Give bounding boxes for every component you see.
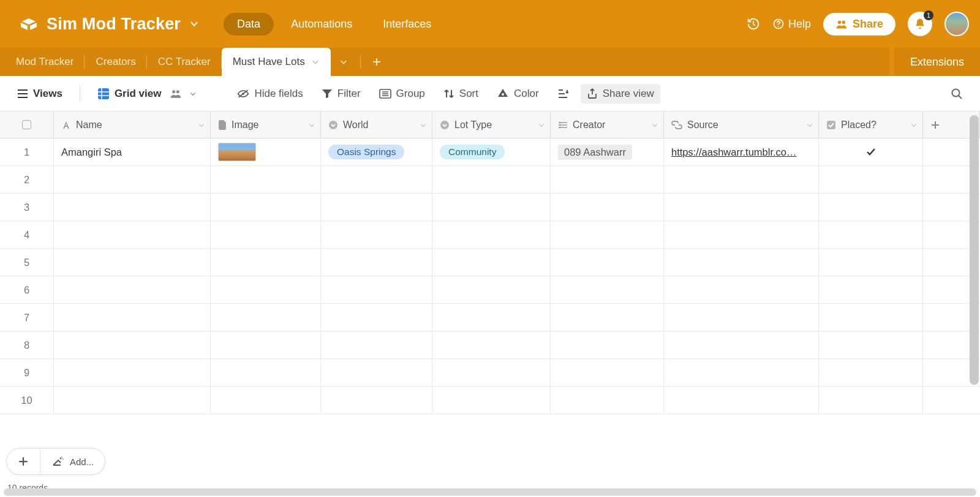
table-row[interactable]: 10 [0,387,980,414]
row-number[interactable]: 2 [0,166,54,193]
column-placed[interactable]: Placed? [819,112,923,138]
table-row[interactable]: 1Amangiri SpaOasis SpringsCommunity089 A… [0,138,980,166]
cell-placed[interactable] [819,194,923,221]
cell-world[interactable] [321,387,432,414]
cell-lot-type[interactable] [432,359,551,386]
chevron-down-icon[interactable] [189,19,199,29]
share-view-button[interactable]: Share view [581,84,660,104]
chevron-down-icon[interactable] [538,121,545,129]
cell-creator[interactable] [551,304,664,331]
chevron-down-icon[interactable] [189,90,197,97]
tab-cc-tracker[interactable]: CC Tracker [147,48,222,76]
column-lot-type[interactable]: Lot Type [432,112,551,138]
cell-image[interactable] [211,249,321,276]
cell-world[interactable] [321,332,432,359]
cell-creator[interactable] [551,249,664,276]
row-number[interactable]: 6 [0,276,54,303]
cell-source[interactable] [664,221,819,248]
cell-image[interactable] [211,138,321,165]
hide-fields-button[interactable]: Hide fields [231,84,309,104]
tab-overflow-button[interactable] [331,48,356,76]
help-button[interactable]: Help [772,18,811,31]
cell-world[interactable] [321,276,432,303]
column-name[interactable]: Name [54,112,211,138]
cell-name[interactable] [54,359,211,386]
cell-placed[interactable] [819,332,923,359]
cell-world[interactable]: Oasis Springs [321,138,432,165]
base-title[interactable]: Sim Mod Tracker [47,15,181,34]
cell-placed[interactable] [819,138,923,165]
cell-source[interactable] [664,359,819,386]
chevron-down-icon[interactable] [806,121,813,129]
cell-name[interactable] [54,221,211,248]
cell-creator[interactable] [551,387,664,414]
column-source[interactable]: Source [664,112,819,138]
group-button[interactable]: Group [373,84,431,104]
cell-world[interactable] [321,221,432,248]
cell-name[interactable] [54,387,211,414]
cell-source[interactable] [664,194,819,221]
column-creator[interactable]: Creator [551,112,664,138]
cell-source[interactable] [664,387,819,414]
nav-data[interactable]: Data [224,13,274,36]
chevron-down-icon[interactable] [910,121,918,129]
cell-source[interactable] [664,332,819,359]
cell-name[interactable]: Amangiri Spa [54,138,211,165]
tab-mod-tracker[interactable]: Mod Tracker [5,48,85,76]
cell-world[interactable] [321,249,432,276]
cell-placed[interactable] [819,359,923,386]
cell-image[interactable] [211,304,321,331]
nav-automations[interactable]: Automations [277,13,366,36]
cell-image[interactable] [211,359,321,386]
table-row[interactable]: 3 [0,194,980,221]
chevron-down-icon[interactable] [420,121,427,129]
cell-image[interactable] [211,332,321,359]
cell-image[interactable] [211,166,321,193]
row-height-button[interactable] [551,85,575,102]
cell-image[interactable] [211,221,321,248]
search-button[interactable] [944,84,969,104]
cell-world[interactable] [321,304,432,331]
cell-lot-type[interactable] [432,304,551,331]
cell-source[interactable] [664,276,819,303]
user-avatar[interactable] [944,12,969,36]
cell-source[interactable] [664,304,819,331]
cell-placed[interactable] [819,304,923,331]
creator-chip[interactable]: 089 Aashwarr [558,145,632,160]
column-image[interactable]: Image [211,112,321,138]
cell-lot-type[interactable] [432,387,551,414]
table-row[interactable]: 2 [0,166,980,194]
nav-interfaces[interactable]: Interfaces [369,13,445,36]
cell-creator[interactable] [551,359,664,386]
cell-placed[interactable] [819,249,923,276]
add-table-button[interactable] [360,55,390,69]
cell-placed[interactable] [819,387,923,414]
row-number[interactable]: 7 [0,304,54,331]
cell-name[interactable] [54,166,211,193]
tab-creators[interactable]: Creators [85,48,146,76]
cell-creator[interactable]: 089 Aashwarr [551,138,664,165]
row-number[interactable]: 1 [0,138,54,165]
cell-placed[interactable] [819,221,923,248]
image-thumbnail[interactable] [218,143,256,161]
add-menu-button[interactable]: Add... [40,449,105,474]
row-number[interactable]: 10 [0,387,54,414]
cell-world[interactable] [321,194,432,221]
cell-lot-type[interactable] [432,166,551,193]
add-row-button[interactable] [7,449,40,474]
source-link[interactable]: https://aashwarr.tumblr.co… [671,146,797,158]
table-row[interactable]: 9 [0,359,980,387]
table-row[interactable]: 5 [0,249,980,276]
table-row[interactable]: 6 [0,276,980,304]
cell-placed[interactable] [819,276,923,303]
chevron-down-icon[interactable] [198,121,205,129]
select-all-checkbox[interactable] [22,120,31,129]
filter-button[interactable]: Filter [315,84,367,104]
row-number[interactable]: 8 [0,332,54,359]
cell-name[interactable] [54,276,211,303]
cell-creator[interactable] [551,221,664,248]
sort-button[interactable]: Sort [437,84,484,104]
current-view-button[interactable]: Grid view [91,84,203,104]
row-number[interactable]: 3 [0,194,54,221]
cell-image[interactable] [211,194,321,221]
